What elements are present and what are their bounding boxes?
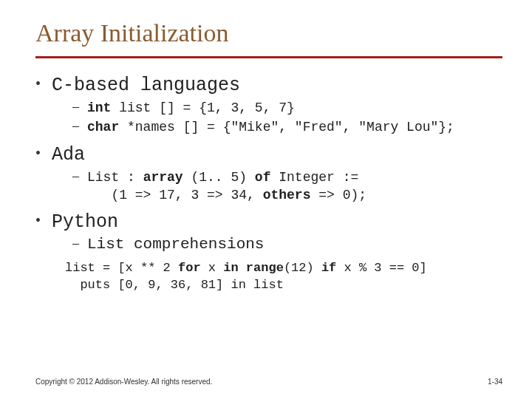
section-c-items: int list [] = {1, 3, 5, 7} char *names [… — [52, 99, 502, 137]
code: List : array (1.. 5) of Integer := (1 =>… — [87, 170, 366, 202]
section-ada: Ada List : array (1.. 5) of Integer := (… — [35, 144, 502, 205]
code: char *names [] = {″Mike″, ″Fred″, ″Mary … — [87, 120, 454, 134]
section-heading: Python — [52, 211, 118, 233]
code-line: char *names [] = {″Mike″, ″Fred″, ″Mary … — [72, 118, 502, 136]
section-python: Python List comprehensions list = [x ** … — [35, 211, 502, 294]
footer: Copyright © 2012 Addison-Wesley. All rig… — [35, 378, 502, 386]
slide-title: Array Initialization — [35, 19, 502, 47]
code-line: List : array (1.. 5) of Integer := (1 =>… — [72, 168, 502, 205]
title-rule — [35, 56, 502, 58]
code: list = [x ** 2 for x in range(12) if x %… — [65, 261, 427, 275]
section-c: C-based languages int list [] = {1, 3, 5… — [35, 75, 502, 137]
page-number: 1-34 — [488, 378, 502, 386]
code: int list [] = {1, 3, 5, 7} — [87, 100, 295, 115]
code: puts [0, 9, 36, 81] in list — [65, 278, 284, 292]
section-python-code: list = [x ** 2 for x in range(12) if x %… — [52, 260, 502, 294]
sub-bullet: List comprehensions — [72, 236, 502, 253]
bullet-list: C-based languages int list [] = {1, 3, 5… — [35, 75, 502, 294]
code-line: int list [] = {1, 3, 5, 7} — [72, 99, 502, 117]
section-heading: Ada — [52, 144, 85, 166]
section-python-items: List comprehensions — [52, 236, 502, 253]
code-line: list = [x ** 2 for x in range(12) if x %… — [65, 260, 502, 277]
section-ada-items: List : array (1.. 5) of Integer := (1 =>… — [52, 168, 502, 205]
copyright-text: Copyright © 2012 Addison-Wesley. All rig… — [35, 378, 212, 386]
section-heading: C-based languages — [52, 75, 240, 96]
slide: Array Initialization C-based languages i… — [0, 0, 532, 399]
subhead: List comprehensions — [87, 236, 264, 253]
code-line: puts [0, 9, 36, 81] in list — [65, 277, 502, 294]
